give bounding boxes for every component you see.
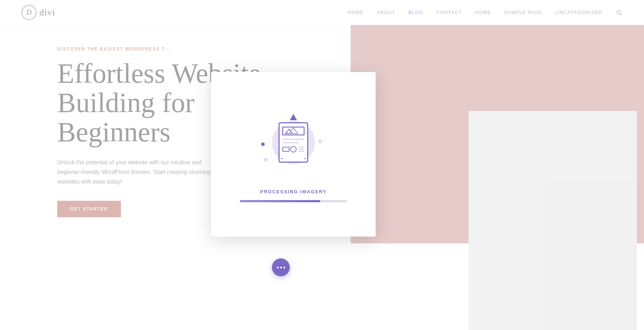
document-icon	[275, 119, 311, 166]
progress-bar-fill	[240, 200, 320, 202]
processing-modal: ✕	[211, 72, 376, 237]
modal-overlay: ✕	[0, 0, 644, 330]
dot-right-decoration	[318, 140, 322, 143]
fab-button[interactable]	[272, 258, 290, 276]
doc-icon-container: ✕	[265, 114, 322, 171]
cross-decoration: ✕	[263, 156, 268, 164]
dot-left-decoration	[261, 142, 265, 146]
processing-label: PROCESSING IMAGERY	[260, 189, 327, 194]
fab-dots-icon	[277, 267, 285, 268]
modal-icon-area: ✕	[258, 107, 329, 178]
progress-bar-container	[240, 200, 347, 202]
